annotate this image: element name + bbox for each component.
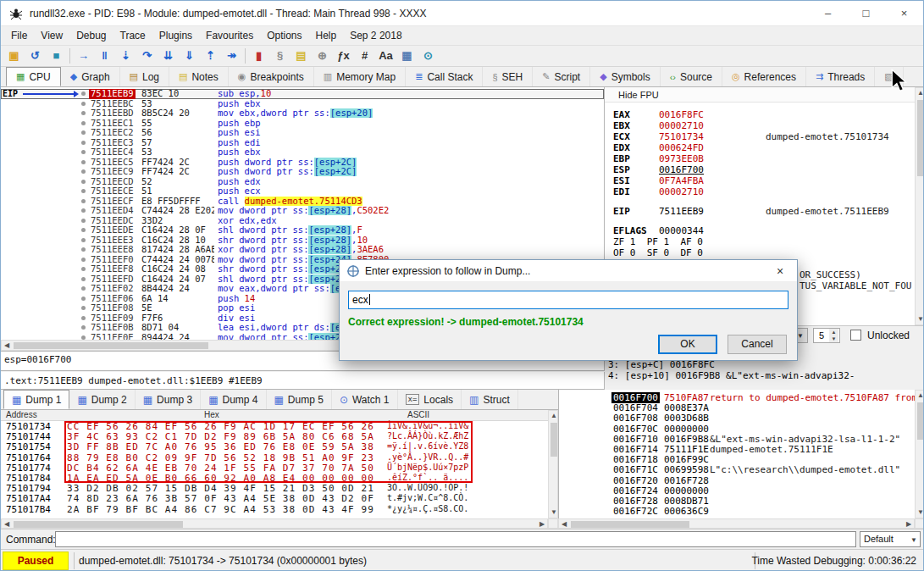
animate-into-icon[interactable]: ⇊ — [158, 47, 179, 65]
scroll-thumb[interactable] — [571, 521, 689, 528]
dump-row[interactable]: 75101774DC B4 62 6A 4E EB 70 24 1F 55 FA… — [1, 463, 548, 473]
menu-item-trace[interactable]: Trace — [113, 26, 152, 45]
tab-symbols[interactable]: ◆Symbols — [590, 67, 660, 86]
register-row[interactable]: ESP0016F700 — [605, 164, 924, 175]
stack-row[interactable]: 0016F7040008E37A — [559, 402, 915, 413]
run-to-user-code-icon[interactable]: ↠ — [221, 47, 242, 65]
tab-locals[interactable]: x=Locals — [398, 390, 462, 409]
argument-count-spinner[interactable]: 5 ▲▼ — [813, 328, 840, 343]
breakpoint-icon[interactable] — [81, 169, 86, 174]
animate-over-icon[interactable]: ⇓ — [179, 47, 200, 65]
fx-icon[interactable]: ƒx — [333, 47, 354, 65]
stack-row[interactable]: 0016F7007510FA87return to dumped-emotet.… — [559, 392, 915, 402]
tab-struct[interactable]: ▥Struct — [462, 390, 518, 409]
breakpoint-icon[interactable] — [81, 238, 86, 242]
menu-item-favourites[interactable]: Favourites — [199, 26, 260, 45]
stack-row[interactable]: 0016F71C00699598L"c:\\research\\dumped-e… — [559, 464, 915, 474]
breakpoint-icon[interactable] — [81, 130, 86, 135]
registers-vscrollbar[interactable]: ▲ ▼ — [915, 87, 924, 325]
breakpoint-icon[interactable] — [81, 306, 86, 310]
scroll-thumb[interactable] — [917, 402, 924, 440]
dump-hscrollbar[interactable]: ◀ ▶ — [1, 518, 548, 529]
stack-row[interactable]: 0016F72C000636C9 — [559, 506, 915, 516]
disasm-row[interactable]: 7511EEC453push ebx — [1, 147, 604, 158]
restart-icon[interactable]: ↺ — [25, 47, 46, 65]
stack-row[interactable]: 0016F7100016F9B8&L"ext-ms-win-advapi32-l… — [559, 434, 915, 444]
spinner-arrows-icon[interactable]: ▲▼ — [829, 329, 838, 342]
register-row[interactable]: EFLAGS00000344 — [605, 225, 924, 236]
run-icon[interactable]: → — [73, 47, 94, 65]
minimize-button[interactable]: – — [809, 1, 847, 26]
stack-row[interactable]: 0016F7200016F728 — [559, 475, 915, 485]
breakpoint-icon[interactable] — [81, 208, 86, 213]
breakpoint-icon[interactable] — [81, 335, 86, 340]
font-case-icon[interactable]: Aa — [375, 47, 396, 65]
breakpoint-icon[interactable] — [81, 228, 86, 232]
argument-row[interactable]: 4: [esp+10] 0016F9B8 &L"ext-ms-win-advap… — [605, 370, 924, 381]
disasm-row[interactable]: 7511EECE51push ecx — [1, 186, 604, 197]
breakpoint-icon[interactable] — [81, 325, 86, 330]
scroll-thumb[interactable] — [551, 423, 557, 457]
menu-item-debug[interactable]: Debug — [69, 26, 113, 45]
hide-fpu-button[interactable]: Hide FPU — [605, 87, 924, 103]
register-row[interactable]: EIP7511EEB9dumped-emotet.7511EEB9 — [605, 206, 924, 217]
scroll-up-icon[interactable]: ▲ — [916, 88, 924, 98]
tab-notes[interactable]: ▤Notes — [169, 67, 229, 86]
tab-call-stack[interactable]: ≣Call Stack — [406, 67, 483, 86]
breakpoint-icon[interactable] — [81, 102, 86, 106]
disasm-row[interactable]: 7511EEC9FF7424 2Cpush dword ptr ss:[esp+… — [1, 167, 604, 177]
tab-dump-4[interactable]: ▦Dump 4 — [201, 390, 266, 409]
breakpoint-icon[interactable] — [81, 277, 86, 281]
stack-row[interactable]: 0016F7080003D68B — [559, 413, 915, 423]
breakpoint-icon[interactable] — [81, 160, 86, 164]
flags-row[interactable]: OF 0 SF 0 DF 0 — [605, 247, 924, 258]
tab-memory-map[interactable]: ▥Memory Map — [314, 67, 406, 86]
paperclip-icon[interactable]: § — [269, 47, 290, 65]
maximize-button[interactable]: □ — [847, 1, 885, 26]
breakpoint-icon[interactable] — [81, 141, 86, 145]
disasm-row[interactable]: 7511EEBD8B5C24 20mov ebx,dword ptr ss:[e… — [1, 108, 604, 119]
disasm-row[interactable]: 7511EEDEC16424 28 0Fshl dword ptr ss:[es… — [1, 225, 604, 236]
breakpoint-icon[interactable] — [81, 267, 86, 271]
step-out-icon[interactable]: ⇡ — [200, 47, 221, 65]
command-input[interactable] — [55, 531, 856, 547]
register-row[interactable]: EDI00002710 — [605, 186, 924, 197]
scroll-thumb[interactable] — [917, 100, 924, 176]
tab-dump-3[interactable]: ▦Dump 3 — [136, 390, 201, 409]
unlocked-checkbox[interactable] — [850, 330, 861, 341]
breakpoint-icon[interactable] — [81, 258, 86, 262]
open-file-icon[interactable]: ▣ — [3, 47, 25, 65]
tab-references[interactable]: ◎References — [722, 67, 806, 86]
step-over-icon[interactable]: ↷ — [136, 47, 158, 65]
attach-icon[interactable]: ⊕ — [312, 47, 333, 65]
tab-log[interactable]: ▤Log — [120, 67, 169, 86]
tab-dump-2[interactable]: ▦Dump 2 — [69, 390, 135, 409]
scroll-thumb[interactable] — [14, 342, 208, 349]
tab-script[interactable]: ✎Script — [533, 67, 590, 86]
scroll-down-icon[interactable]: ▼ — [916, 507, 924, 518]
stop-icon[interactable]: ■ — [46, 47, 67, 65]
breakpoint-icon[interactable] — [81, 150, 86, 154]
notes-icon[interactable]: ▤ — [290, 47, 312, 65]
scroll-up-icon[interactable]: ▲ — [916, 391, 924, 401]
pause-icon[interactable]: ‖ — [94, 47, 115, 65]
cancel-button[interactable]: Cancel — [728, 335, 787, 354]
register-row[interactable]: EBP0973EE0B — [605, 153, 924, 164]
hash-icon[interactable]: # — [354, 47, 375, 65]
tab-cpu[interactable]: ▦CPU — [6, 67, 61, 86]
flags-row[interactable]: ZF 1 PF 1 AF 0 — [605, 236, 924, 247]
scylla-icon[interactable]: ▮ — [248, 47, 269, 65]
tab-threads[interactable]: ⇉Threads — [806, 67, 875, 86]
breakpoint-icon[interactable] — [81, 180, 86, 184]
scroll-down-icon[interactable]: ▼ — [916, 314, 924, 324]
dump-row[interactable]: 7510179433 D2 DB 02 57 15 DB D4 39 4F 15… — [1, 483, 548, 493]
breakpoint-icon[interactable] — [81, 199, 86, 203]
stack-row[interactable]: 0016F71475111F1Edumped-emotet.75111F1E — [559, 444, 915, 454]
menu-item-file[interactable]: File — [4, 26, 34, 45]
disasm-row[interactable]: EIP7511EEB983EC 10sub esp,10 — [1, 89, 604, 99]
register-row[interactable]: ECX75101734dumped-emotet.75101734 — [605, 131, 924, 142]
tab-dump-5[interactable]: ▦Dump 5 — [267, 390, 332, 409]
register-row[interactable]: EDX000624FD — [605, 142, 924, 153]
tab-watch-1[interactable]: ⊙Watch 1 — [332, 390, 398, 409]
breakpoint-icon[interactable] — [81, 111, 86, 115]
